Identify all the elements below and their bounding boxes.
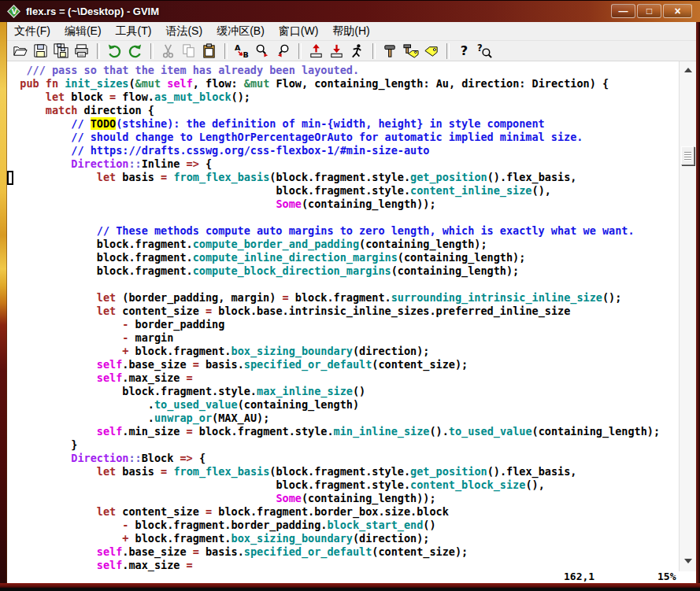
code-line: // These methods compute auto margins to… <box>7 224 679 238</box>
toolbar: AB?? <box>7 41 696 61</box>
scroll-up-arrow-icon[interactable] <box>684 68 692 72</box>
save-session-button[interactable] <box>328 42 346 61</box>
code-line: // should change to LengthOrPercentageOr… <box>7 131 679 144</box>
copy-button[interactable] <box>180 42 198 61</box>
code-line: self.max_size = <box>7 371 679 385</box>
text-editor[interactable]: /// pass so that the item has already be… <box>7 61 696 571</box>
undo-icon <box>106 42 123 59</box>
code-line: let (border_padding, margin) = block.fra… <box>7 291 679 305</box>
text-cursor <box>7 171 13 185</box>
build-tags-button[interactable] <box>402 42 420 61</box>
toolbar-separator <box>372 43 376 59</box>
code-line: self.min_size = block.fragment.style.min… <box>7 425 679 438</box>
find-replace-icon: AB <box>234 42 250 59</box>
menu-item-file[interactable]: 文件(F) <box>7 22 57 40</box>
code-line: // https://drafts.csswg.org/css-flexbox-… <box>7 144 679 157</box>
menu-item-syntax[interactable]: 语法(S) <box>158 22 209 40</box>
redo-icon <box>127 42 143 59</box>
scroll-down-arrow-icon[interactable] <box>684 559 692 563</box>
code-line: } <box>7 438 679 452</box>
undo-button[interactable] <box>106 42 124 61</box>
menu-item-buffers[interactable]: 缓冲区(B) <box>209 22 272 40</box>
code-line: Direction::Block => { <box>7 452 679 465</box>
gvim-window: V flex.rs = (~\Desktop) - GVIM — □ × 文件(… <box>0 0 700 591</box>
toolbar-separator <box>446 43 450 59</box>
svg-text:?: ? <box>477 42 483 54</box>
code-line: .to_used_value(containing_length) <box>7 398 679 412</box>
code-line: let content_size = block.fragment.border… <box>7 505 679 519</box>
make-icon <box>382 42 398 59</box>
minimize-button[interactable]: — <box>611 4 635 18</box>
code-line <box>7 278 679 291</box>
menu-item-window[interactable]: 窗口(W) <box>272 22 326 40</box>
code-line: self.base_size = basis.specified_or_defa… <box>7 358 679 371</box>
find-help-icon: ? <box>476 42 493 59</box>
menu-item-help[interactable]: 帮助(H) <box>325 22 376 40</box>
client-area: 文件(F)编辑(E)工具(T)语法(S)缓冲区(B)窗口(W)帮助(H) AB?… <box>7 22 696 583</box>
svg-text:A: A <box>235 43 241 52</box>
find-next-icon <box>254 42 271 59</box>
find-next-button[interactable] <box>254 42 272 61</box>
code-line: self.base_size = basis.specified_or_defa… <box>7 545 679 559</box>
code-line: Some(containing_length)); <box>7 492 679 505</box>
save-all-button[interactable] <box>52 42 71 61</box>
code-line: pub fn init_sizes(&mut self, flow: &mut … <box>7 77 679 90</box>
help-button[interactable]: ? <box>455 42 474 61</box>
jump-to-tag-icon <box>423 42 439 59</box>
run-script-button[interactable] <box>348 42 367 61</box>
load-session-button[interactable] <box>307 42 326 61</box>
find-prev-button[interactable] <box>274 42 293 61</box>
save-file-icon <box>32 42 49 59</box>
code-line: - block.fragment.border_padding.block_st… <box>7 519 679 532</box>
ruler-scroll-percent: 15% <box>657 571 676 582</box>
save-session-icon <box>328 42 345 59</box>
find-replace-button[interactable]: AB <box>233 42 252 61</box>
code-area[interactable]: /// pass so that the item has already be… <box>7 61 679 571</box>
code-line: block.fragment.compute_border_and_paddin… <box>7 238 679 251</box>
close-button[interactable]: × <box>663 4 692 18</box>
code-line: Some(containing_length)); <box>7 198 679 211</box>
window-border-right <box>696 22 700 583</box>
code-line: block.fragment.style.max_inline_size() <box>7 385 679 398</box>
code-line: + block.fragment.box_sizing_boundary(dir… <box>7 345 679 358</box>
save-file-button[interactable] <box>31 42 50 61</box>
svg-text:V: V <box>11 7 17 16</box>
scrollbar-grip-icon <box>684 152 691 161</box>
toolbar-separator <box>298 43 302 59</box>
toolbar-separator <box>224 43 228 59</box>
code-line: block.fragment.compute_inline_direction_… <box>7 251 679 264</box>
open-file-button[interactable] <box>11 42 30 61</box>
print-button[interactable] <box>72 42 91 61</box>
code-line: + block.fragment.box_sizing_boundary(dir… <box>7 532 679 545</box>
title-bar[interactable]: V flex.rs = (~\Desktop) - GVIM — □ × <box>0 0 700 22</box>
svg-text:B: B <box>243 50 248 59</box>
vim-logo-icon: V <box>7 5 20 18</box>
code-line: block.fragment.style.content_inline_size… <box>7 184 679 198</box>
code-line: Direction::Inline => { <box>7 157 679 171</box>
menu-item-edit[interactable]: 编辑(E) <box>57 22 109 40</box>
jump-to-tag-button[interactable] <box>422 42 441 61</box>
vertical-scrollbar[interactable] <box>679 61 696 571</box>
code-line: let basis = from_flex_basis(block.fragme… <box>7 465 679 478</box>
save-all-icon <box>53 42 69 59</box>
build-tags-icon <box>402 42 419 59</box>
window-border-bottom-edge <box>0 588 700 591</box>
print-icon <box>73 42 90 59</box>
find-prev-icon <box>275 42 291 59</box>
find-help-button[interactable]: ? <box>476 42 494 61</box>
maximize-button[interactable]: □ <box>637 4 661 18</box>
menu-item-tools[interactable]: 工具(T) <box>109 22 159 40</box>
scrollbar-thumb[interactable] <box>681 146 694 165</box>
code-line: // TODO(stshine): the definition of min-… <box>7 117 679 131</box>
code-line: block.fragment.compute_block_direction_m… <box>7 264 679 278</box>
code-line: let content_size = block.base.intrinsic_… <box>7 305 679 318</box>
redo-button[interactable] <box>126 42 145 61</box>
code-line: match direction { <box>7 104 679 117</box>
code-line: block.fragment.style.content_block_size(… <box>7 478 679 492</box>
paste-button[interactable] <box>200 42 219 61</box>
open-file-icon <box>12 42 28 59</box>
paste-icon <box>201 42 217 59</box>
cut-button[interactable] <box>159 42 178 61</box>
cut-icon <box>160 42 176 59</box>
make-button[interactable] <box>381 42 400 61</box>
